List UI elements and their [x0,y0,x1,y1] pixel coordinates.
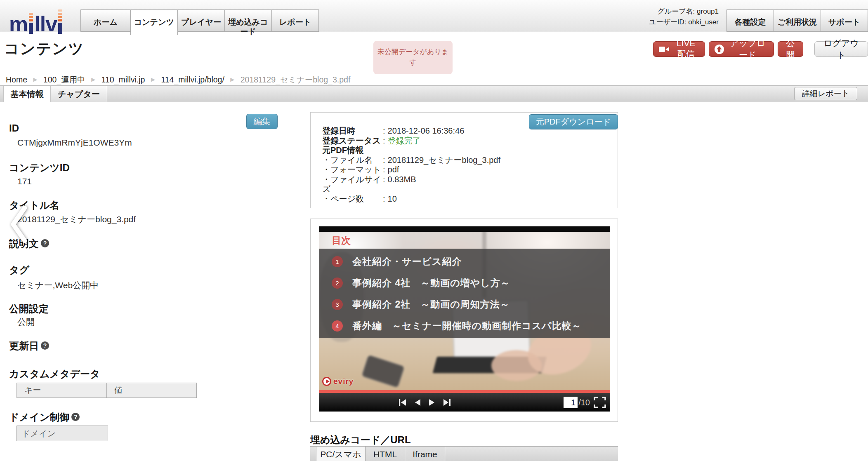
toc-item: 1 会社紹介・サービス紹介 [332,255,462,268]
tab-pc-smartphone[interactable]: PC/スマホ [316,447,366,461]
eviry-play-icon [322,377,331,386]
live-stream-button[interactable]: LIVE配信 [653,41,705,57]
header-action-buttons: LIVE配信 アップロード 公開 ログアウト [653,41,868,57]
domain-control-label: ドメイン制御? [9,412,80,423]
tab-home[interactable]: ホーム [80,9,131,32]
tab-support[interactable]: サポート [821,9,868,32]
toc-number-badge: 1 [332,256,343,267]
breadcrumb-separator-icon: ▶ [230,76,234,82]
publish-setting-label: 公開設定 [9,303,49,314]
unpublished-data-notice: 未公開データがあります [373,41,453,74]
embed-code-heading: 埋め込みコード／URL [310,433,411,447]
tab-chapter[interactable]: チャプター [51,86,107,102]
next-page-icon[interactable] [428,397,436,407]
current-page-input[interactable] [564,397,578,408]
logo-i-bars-icon [58,8,62,34]
tags-label: タグ [9,265,29,275]
total-pages: /10 [578,398,590,407]
pdf-player: 目次 1 会社紹介・サービス紹介 2 事例紹介 4社 ～動画の増やし方～ 3 事… [319,226,610,412]
page-title: コンテンツ [4,39,84,59]
tab-usage[interactable]: ご利用状況 [774,9,821,32]
tab-player[interactable]: プレイヤー [177,9,225,32]
toc-item: 2 事例紹介 4社 ～動画の増やし方～ [332,277,510,289]
page-indicator: /10 [564,396,606,409]
user-info: グループ名: group1 ユーザーID: ohki_user [649,6,719,28]
toc-item: 4 番外編 ～セミナー開催時の動画制作コスパ比較～ [332,320,582,332]
top-bar: m llv ホーム コンテンツ プレイヤー 埋め込みコード レポート グループ名… [0,0,868,32]
content-id-value: 171 [17,176,32,186]
id-label: ID [9,123,19,134]
section-tab-strip: 基本情報 チャプター [0,85,868,102]
previous-page-icon[interactable] [413,397,422,407]
metadata-key-header: キー [17,383,106,397]
utility-nav: 各種設定 ご利用状況 サポート [727,9,868,32]
breadcrumb-separator-icon: ▶ [91,76,95,82]
breadcrumb-current: 20181129_セミナーblog_3.pdf [241,75,351,84]
pdf-preview-box: 目次 1 会社紹介・サービス紹介 2 事例紹介 4社 ～動画の増やし方～ 3 事… [310,219,618,422]
detail-report-button[interactable]: 詳細レポート [794,87,857,100]
registration-row: ・ページ数:10 [322,194,500,204]
tab-contents[interactable]: コンテンツ [130,9,178,35]
millvi-logo[interactable]: m llv [9,8,64,34]
logo-text: m [9,14,28,34]
player-progress-bar[interactable] [319,390,610,393]
fullscreen-icon[interactable] [593,396,606,409]
toc-item: 3 事例紹介 2社 ～動画の周知方法～ [332,298,510,311]
tags-value: セミナー,Web公開中 [17,280,99,290]
breadcrumb-link-home[interactable]: Home [6,75,27,84]
updated-date-label: 更新日? [9,341,49,351]
registration-rows: 登録日時:2018-12-06 16:36:46 登録ステータス:登録完了 元P… [322,126,500,204]
last-page-icon[interactable] [442,397,452,407]
domain-input[interactable] [17,426,108,441]
group-name: グループ名: group1 [649,6,719,17]
tab-embed-code[interactable]: 埋め込みコード [224,9,272,32]
breadcrumb-separator-icon: ▶ [151,76,155,82]
publish-setting-value: 公開 [17,317,35,327]
registration-row: 元PDF情報: [322,146,500,155]
video-camera-icon [659,46,670,52]
tab-basic-info[interactable]: 基本情報 [3,86,51,102]
upload-arrow-icon [715,45,724,54]
player-top-bar [319,226,610,232]
tab-iframe[interactable]: Iframe [405,447,445,461]
content-id-label: コンテンツID [9,162,70,173]
breadcrumb-link-folder-110[interactable]: 110_millvi.jp [101,75,145,84]
custom-metadata-label: カスタムメタデータ [9,369,100,379]
previous-content-chevron-icon[interactable] [8,205,30,244]
help-icon[interactable]: ? [41,341,49,350]
help-icon[interactable]: ? [71,413,80,421]
logout-button[interactable]: ログアウト [814,41,868,57]
toc-number-badge: 4 [332,320,343,332]
registration-row: 登録ステータス:登録完了 [322,136,500,146]
edit-button[interactable]: 編集 [246,114,278,129]
breadcrumb-link-folder-114[interactable]: 114_millvi.jp/blog/ [161,75,224,84]
toc-number-badge: 2 [332,278,343,289]
player-transport-controls [397,397,458,407]
registration-row: ・フォーマット:pdf [322,165,500,175]
logo-text: llv [34,14,57,34]
page: m llv ホーム コンテンツ プレイヤー 埋め込みコード レポート グループ名… [0,0,868,461]
breadcrumb-link-folder-100[interactable]: 100_運用中 [43,75,85,84]
toc-number-badge: 3 [332,299,343,310]
help-icon[interactable]: ? [41,239,49,247]
metadata-value-header: 値 [106,383,196,397]
breadcrumb-separator-icon: ▶ [33,76,37,82]
slide-preview: 目次 1 会社紹介・サービス紹介 2 事例紹介 4社 ～動画の増やし方～ 3 事… [319,232,610,390]
first-page-icon[interactable] [397,397,407,407]
title-value: 20181129_セミナーblog_3.pdf [17,214,136,224]
tab-html[interactable]: HTML [366,447,405,461]
pdf-download-button[interactable]: 元PDFダウンロード [529,114,618,129]
registration-row: ・ファイルサイズ:0.83MB [322,175,500,194]
tab-settings[interactable]: 各種設定 [726,9,774,32]
registration-info-box: 元PDFダウンロード 登録日時:2018-12-06 16:36:46 登録ステ… [310,112,618,208]
slide-toc-title: 目次 [332,234,351,247]
tab-report[interactable]: レポート [271,9,319,32]
logo-i-bars-icon [29,12,33,34]
status-badge: 登録完了 [388,136,421,146]
eviry-logo: eviry [322,377,354,386]
custom-metadata-table: キー 値 [17,383,197,398]
upload-button[interactable]: アップロード [709,41,774,57]
embed-code-tabs: PC/スマホ HTML Iframe [310,446,618,461]
publish-button[interactable]: 公開 [778,41,803,57]
breadcrumb: Home ▶ 100_運用中 ▶ 110_millvi.jp ▶ 114_mil… [6,74,350,85]
